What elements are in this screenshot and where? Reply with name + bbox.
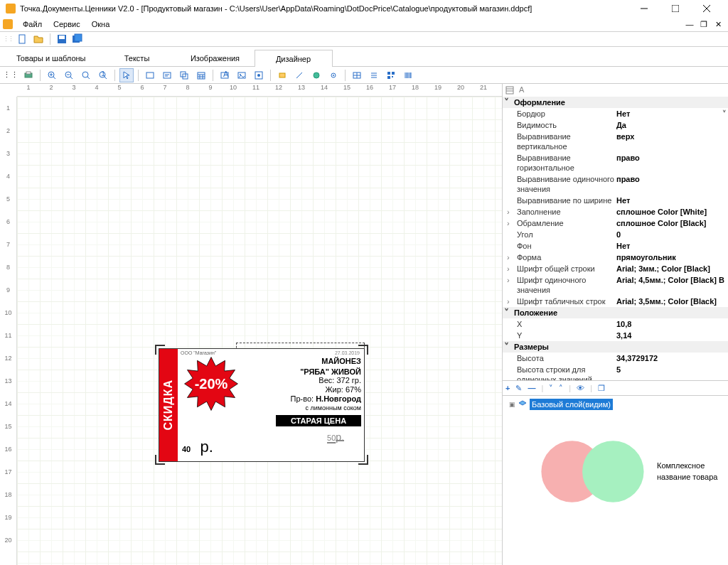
item-icon	[531, 533, 671, 565]
close-button[interactable]	[691, 0, 722, 17]
tree-visible-icon[interactable]: 👁	[577, 384, 584, 392]
svg-rect-0	[672, 5, 679, 12]
svg-point-23	[257, 74, 260, 77]
tree-node-base-layer[interactable]: ▣ Базовый слой(видим)	[504, 399, 727, 410]
open-file-icon[interactable]	[33, 33, 44, 45]
toolbar-separator	[138, 70, 139, 81]
vertical-ruler: 1234567891011121314151617181920	[0, 97, 17, 565]
svg-rect-1	[19, 35, 25, 43]
propgrid-header: A	[503, 84, 728, 97]
tab-images[interactable]: Изображения	[176, 49, 255, 66]
mdi-restore-icon[interactable]: ❐	[697, 20, 711, 29]
mdi-controls: — ❐ ✕	[682, 20, 725, 29]
svg-text:1: 1	[101, 71, 105, 77]
gear-tool-icon[interactable]	[326, 68, 341, 82]
tree-up-icon[interactable]: ˄	[559, 384, 563, 393]
barcode-tool-icon[interactable]	[401, 68, 415, 82]
save-all-icon[interactable]	[72, 33, 83, 45]
zoom-in-icon[interactable]	[45, 68, 59, 82]
discount-burst: -20%	[183, 356, 239, 411]
toolbar-separator	[40, 70, 41, 81]
svg-rect-34	[506, 87, 513, 94]
list-tool-icon[interactable]	[367, 68, 381, 82]
svg-text:A: A	[223, 71, 229, 78]
new-price: 40 р.	[182, 421, 213, 460]
tree-down-icon[interactable]: ˅	[549, 384, 553, 393]
image-tool-icon[interactable]	[235, 68, 249, 82]
maximize-button[interactable]	[660, 0, 691, 17]
calendar-tool-icon[interactable]	[194, 68, 208, 82]
tree-node[interactable]: Текст из хранилища	[504, 533, 727, 565]
shape-tool-icon[interactable]	[275, 68, 289, 82]
group-style[interactable]: Оформление	[503, 97, 728, 108]
mdi-close-icon[interactable]: ✕	[711, 20, 725, 29]
line-tool-icon[interactable]	[292, 68, 306, 82]
app-icon	[6, 4, 16, 14]
date-label: 27.03.2019	[335, 350, 360, 355]
group-size[interactable]: Размеры	[503, 341, 728, 353]
horizontal-ruler: 123456789101112131415161718192021	[17, 84, 502, 97]
svg-rect-24	[279, 73, 285, 77]
svg-rect-13	[146, 72, 154, 78]
tree-remove-icon[interactable]: —	[528, 384, 535, 392]
tab-designer[interactable]: Дизайнер	[255, 50, 333, 67]
new-file-icon[interactable]	[17, 33, 28, 45]
toolbar-grip-icon: ⋮⋮	[3, 70, 18, 80]
tree-copy-icon[interactable]: ❐	[598, 384, 605, 393]
toolbar-separator	[114, 70, 115, 81]
mdi-minimize-icon[interactable]: —	[682, 20, 697, 29]
design-canvas[interactable]: 123456789101112131415161718192021 123456…	[0, 84, 502, 565]
toolbar-separator	[270, 70, 271, 81]
document-tabs: Товары и шаблоны Тексты Изображения Диза…	[0, 48, 728, 67]
menu-windows[interactable]: Окна	[86, 18, 116, 30]
svg-rect-7	[26, 72, 31, 74]
window-title: Точка.Документы.Ценники V2.0 - [Продукто…	[20, 4, 628, 13]
right-panel: A Оформление БордюрНет ВидимостьДа Вырав…	[502, 84, 728, 565]
pointer-tool-icon[interactable]	[119, 68, 134, 82]
layers-tool-icon[interactable]	[177, 68, 191, 82]
circle-tool-icon[interactable]	[309, 68, 323, 82]
tree-toolbar: + ✎ — | ˅ ˄ | 👁 | ❐	[503, 380, 728, 396]
field-tool-icon[interactable]	[160, 68, 174, 82]
toolbar-separator	[213, 70, 213, 81]
richtext-tool-icon[interactable]	[252, 68, 266, 82]
price-tag[interactable]: СКИДКА ООО "Магазин" 27.03.2019 -20% МАЙ…	[159, 348, 365, 462]
table-tool-icon[interactable]	[350, 68, 364, 82]
rect-tool-icon[interactable]	[143, 68, 157, 82]
toolbar-separator	[345, 70, 346, 81]
menubar: Файл Сервис Окна — ❐ ✕	[0, 17, 728, 31]
svg-rect-32	[392, 76, 393, 77]
svg-rect-30	[392, 72, 395, 75]
zoom-100-icon[interactable]: 1	[96, 68, 110, 82]
svg-point-25	[314, 72, 319, 78]
layer-tree[interactable]: ▣ Базовый слой(видим) Комплексное назван…	[503, 396, 728, 565]
alpha-sort-icon[interactable]: A	[518, 86, 527, 95]
text-tool-icon[interactable]: A	[218, 68, 232, 82]
svg-point-37	[582, 441, 643, 502]
svg-rect-5	[75, 34, 82, 41]
app-icon	[3, 19, 13, 29]
zoom-out-icon[interactable]	[62, 68, 76, 82]
designer-toolbar: ⋮⋮ 1 A	[0, 67, 728, 84]
zoom-fit-icon[interactable]	[79, 68, 93, 82]
property-grid[interactable]: Оформление БордюрНет ВидимостьДа Выравни…	[503, 97, 728, 380]
svg-point-10	[82, 72, 88, 77]
save-icon[interactable]	[56, 33, 68, 45]
tree-add-icon[interactable]: +	[505, 384, 510, 392]
group-pos[interactable]: Положение	[503, 307, 728, 318]
qrcode-tool-icon[interactable]	[384, 68, 398, 82]
category-sort-icon[interactable]	[505, 86, 514, 95]
minimize-button[interactable]	[628, 0, 660, 17]
tab-products[interactable]: Товары и шаблоны	[4, 49, 98, 66]
company-label: ООО "Магазин"	[181, 350, 361, 355]
svg-rect-14	[164, 72, 171, 78]
item-icon	[531, 410, 654, 533]
menu-file[interactable]: Файл	[17, 18, 48, 30]
svg-rect-3	[59, 36, 65, 39]
tree-edit-icon[interactable]: ✎	[515, 384, 522, 393]
toolbar-separator	[50, 33, 50, 45]
menu-service[interactable]: Сервис	[48, 18, 86, 30]
tree-node[interactable]: Комплексное название товара	[504, 410, 727, 533]
tab-texts[interactable]: Тексты	[98, 49, 176, 66]
print-icon[interactable]	[21, 68, 36, 82]
